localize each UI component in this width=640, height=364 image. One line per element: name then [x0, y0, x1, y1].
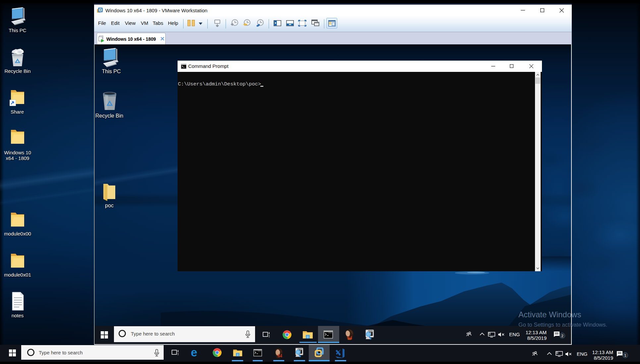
svg-text:64: 64 — [278, 353, 282, 358]
svg-text:64: 64 — [347, 336, 352, 340]
